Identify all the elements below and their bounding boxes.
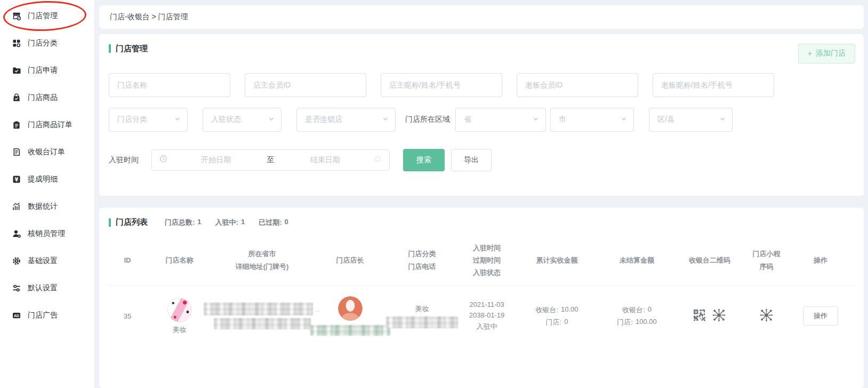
chevron-down-icon bbox=[719, 115, 726, 124]
section-marker bbox=[109, 44, 111, 53]
mini-program-code-icon[interactable] bbox=[712, 308, 726, 324]
sidebar-item-data-statistics[interactable]: 数据统计 bbox=[0, 193, 94, 220]
chain-store-select[interactable]: 是否连锁店 bbox=[296, 108, 396, 132]
sidebar-item-store-ads[interactable]: AD 门店广告 bbox=[0, 302, 94, 329]
sidebar-item-basic-settings[interactable]: 基础设置 bbox=[0, 247, 94, 274]
address-line2-redacted bbox=[214, 318, 311, 329]
plus-icon: + bbox=[808, 49, 812, 58]
chevron-down-icon bbox=[382, 115, 389, 124]
entry-time-label: 入驻时间 bbox=[109, 155, 139, 165]
expire-date: 2038-01-19 bbox=[469, 311, 505, 319]
export-button[interactable]: 导出 bbox=[451, 149, 492, 171]
sidebar-item-store-manage[interactable]: 门店管理 bbox=[0, 2, 94, 29]
start-date-placeholder: 开始日期 bbox=[167, 155, 265, 165]
clipboard-icon bbox=[12, 120, 21, 129]
section-marker bbox=[109, 218, 111, 227]
stat-active-label: 入驻中: bbox=[215, 218, 238, 227]
phone-redacted bbox=[386, 316, 458, 328]
row-action-button[interactable]: 操作 bbox=[803, 306, 838, 326]
category-grid-icon bbox=[12, 38, 21, 47]
stat-active-value: 1 bbox=[241, 218, 245, 227]
sidebar: 门店管理 门店分类 门店申请 门店商品 门店商品订单 收银台订单 ¥ 提成明细 bbox=[0, 0, 95, 388]
page: 门店管理 门店分类 门店申请 门店商品 门店商品订单 收银台订单 ¥ 提成明细 bbox=[0, 0, 868, 388]
bag-check-icon bbox=[12, 93, 21, 102]
receipt-icon bbox=[12, 147, 21, 156]
col-address: 所在省市 详细地址(门牌号) bbox=[213, 235, 311, 286]
cell-manager bbox=[311, 286, 389, 346]
mini-program-code-icon[interactable] bbox=[759, 308, 774, 324]
store-stats: 门店总数:1 入驻中:1 已过期:0 bbox=[165, 218, 288, 227]
owner-nickname-input[interactable] bbox=[381, 73, 502, 97]
cell-received-amount: 收银台:10.00 门店:0 bbox=[518, 286, 596, 346]
sidebar-item-commission-detail[interactable]: ¥ 提成明细 bbox=[0, 165, 94, 193]
cell-unsettled-amount: 收银台:0 门店:100.00 bbox=[596, 286, 678, 346]
select-placeholder: 省 bbox=[464, 115, 471, 124]
table-header: ID 门店名称 所在省市 详细地址(门牌号) 门店店长 门店分类 门店电话 入驻… bbox=[109, 235, 855, 286]
filter-card-title: 门店管理 bbox=[116, 44, 148, 54]
sidebar-item-label: 门店商品 bbox=[28, 93, 58, 102]
region-label: 门店所在区域 bbox=[405, 115, 450, 124]
sidebar-item-store-goods-orders[interactable]: 门店商品订单 bbox=[0, 111, 94, 138]
col-store-name: 门店名称 bbox=[146, 235, 213, 286]
status-badge: 入驻中 bbox=[477, 322, 497, 331]
sidebar-item-default-settings[interactable]: 默认设置 bbox=[0, 274, 94, 302]
sidebar-item-verifier-manage[interactable]: 核销员管理 bbox=[0, 220, 94, 247]
chevron-down-icon bbox=[268, 115, 275, 124]
city-select[interactable]: 市 bbox=[550, 108, 634, 132]
sidebar-item-cashier-orders[interactable]: 收银台订单 bbox=[0, 138, 94, 165]
col-unsettled-amount: 未结算金额 bbox=[596, 235, 678, 286]
gear-icon bbox=[12, 256, 21, 265]
stat-expired-value: 0 bbox=[285, 218, 288, 227]
sidebar-item-label: 门店商品订单 bbox=[28, 120, 73, 130]
add-store-label: 添加门店 bbox=[816, 49, 846, 58]
sidebar-item-label: 门店广告 bbox=[28, 311, 58, 320]
col-received-amount: 累计实收金额 bbox=[518, 235, 596, 286]
storefront-icon bbox=[12, 11, 21, 20]
col-manager: 门店店长 bbox=[311, 235, 389, 286]
main-area: 门店-收银台 > 门店管理 门店管理 + 添加门店 门店 bbox=[95, 0, 868, 388]
date-separator: 至 bbox=[265, 155, 277, 165]
cell-store-name: 美妆 bbox=[146, 286, 213, 346]
district-select[interactable]: 区/县 bbox=[649, 108, 733, 132]
verifier-user-icon bbox=[12, 229, 21, 238]
sidebar-item-label: 提成明细 bbox=[28, 175, 58, 184]
col-id: ID bbox=[109, 235, 146, 286]
person-avatar bbox=[338, 296, 363, 322]
table-row: 35 美妆 .. 美妆 2021-11-03 bbox=[109, 286, 855, 346]
owner-member-id-input[interactable] bbox=[245, 73, 366, 97]
breadcrumb-text: 门店-收银台 > 门店管理 bbox=[110, 12, 188, 22]
cell-address: .. bbox=[213, 286, 311, 346]
date-range-picker[interactable]: 开始日期 至 结束日期 bbox=[151, 149, 390, 171]
end-date-placeholder: 结束日期 bbox=[277, 155, 374, 165]
cell-category-phone: 美妆 bbox=[389, 286, 455, 346]
sidebar-item-label: 基础设置 bbox=[28, 256, 58, 266]
sidebar-item-store-category[interactable]: 门店分类 bbox=[0, 29, 94, 57]
province-select[interactable]: 省 bbox=[455, 108, 546, 132]
store-list-card: 门店列表 门店总数:1 入驻中:1 已过期:0 ID 门店名称 所在省市 详细地… bbox=[99, 208, 864, 388]
store-avatar bbox=[167, 298, 192, 322]
chevron-down-icon bbox=[621, 115, 627, 124]
sidebar-item-store-apply[interactable]: 门店申请 bbox=[0, 57, 94, 84]
list-card-title: 门店列表 bbox=[116, 217, 148, 227]
cell-actions: 操作 bbox=[792, 286, 849, 346]
sidebar-item-store-goods[interactable]: 门店商品 bbox=[0, 84, 94, 111]
add-store-button[interactable]: + 添加门店 bbox=[798, 44, 855, 64]
boss-member-id-input[interactable] bbox=[517, 73, 638, 97]
search-button[interactable]: 搜索 bbox=[403, 149, 445, 171]
sidebar-item-label: 默认设置 bbox=[28, 283, 58, 293]
select-placeholder: 是否连锁店 bbox=[305, 115, 342, 124]
qr-code-icon[interactable] bbox=[693, 309, 705, 323]
col-entry-time: 入驻时间 过期时间 入驻状态 bbox=[455, 235, 518, 286]
select-placeholder: 市 bbox=[559, 115, 566, 124]
store-name-input[interactable] bbox=[109, 73, 230, 97]
cell-cashier-qr bbox=[678, 286, 741, 346]
sidebar-item-label: 门店管理 bbox=[28, 11, 58, 21]
svg-text:AD: AD bbox=[13, 313, 19, 317]
sliders-icon bbox=[12, 283, 21, 292]
stat-expired-label: 已过期: bbox=[259, 218, 282, 227]
store-category-select[interactable]: 门店分类 bbox=[109, 108, 188, 132]
select-placeholder: 入驻状态 bbox=[211, 115, 241, 124]
entry-status-select[interactable]: 入驻状态 bbox=[203, 108, 282, 132]
svg-text:¥: ¥ bbox=[14, 176, 18, 182]
boss-nickname-input[interactable] bbox=[653, 73, 774, 97]
